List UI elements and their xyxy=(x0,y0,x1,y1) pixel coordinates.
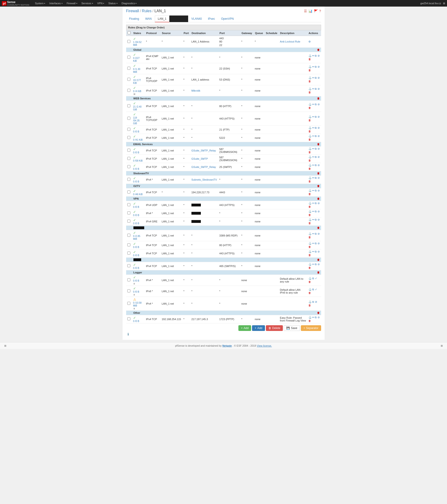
row-checkbox[interactable] xyxy=(127,211,130,215)
disable-icon[interactable]: ⊘ xyxy=(318,263,320,266)
edit-icon[interactable]: ✏ xyxy=(312,115,314,118)
delete-icon[interactable]: 🗑 xyxy=(308,159,311,162)
row-checkbox[interactable] xyxy=(127,278,130,281)
row-checkbox[interactable] xyxy=(127,190,130,194)
anchor-icon[interactable]: ⚓ xyxy=(308,126,312,129)
add2-button[interactable]: + Add xyxy=(252,325,265,331)
delete-icon[interactable]: 🗑 xyxy=(308,222,311,225)
row-checkbox[interactable] xyxy=(127,157,130,160)
copy-icon[interactable]: ⧉ xyxy=(315,218,317,221)
edit-icon[interactable]: ✏ xyxy=(312,156,314,159)
delete-button[interactable]: 🗑 Delete xyxy=(266,325,283,331)
anchor-icon[interactable]: ⚓ xyxy=(308,54,312,57)
nav-vpn[interactable]: VPN▾ xyxy=(95,1,106,6)
breadcrumb-icon-help[interactable]: ? xyxy=(319,9,321,13)
delete-group-icon[interactable]: 🗑 xyxy=(317,226,320,229)
disable-icon[interactable]: ⊘ xyxy=(318,156,320,159)
edit-icon[interactable]: ✏ xyxy=(312,242,314,245)
copy-icon[interactable]: ⧉ xyxy=(315,263,317,266)
copy-icon[interactable]: ⧉ xyxy=(315,126,317,129)
delete-icon[interactable]: 🗑 xyxy=(308,138,311,141)
copy-icon[interactable]: ⧉ xyxy=(315,242,317,245)
disable-icon[interactable]: ⊘ xyxy=(318,232,320,235)
nav-diagnostics[interactable]: Diagnostics▾ xyxy=(120,1,139,6)
delete-icon[interactable]: 🗑 xyxy=(308,280,311,283)
row-checkbox[interactable] xyxy=(127,40,130,43)
disable-icon[interactable]: ⊘ xyxy=(318,316,320,319)
copy-icon[interactable]: ⧉ xyxy=(315,176,317,180)
delete-group-icon[interactable]: 🗑 xyxy=(317,258,320,261)
tab-masked[interactable] xyxy=(169,16,188,22)
breadcrumb-firewall[interactable]: Firewall xyxy=(126,9,139,13)
anchor-icon[interactable]: ⚓ xyxy=(308,147,312,150)
anchor-icon[interactable]: ⚓ xyxy=(308,300,312,304)
disable-icon[interactable]: ⊘ xyxy=(318,250,320,253)
breadcrumb-icon-flag[interactable]: 🚩 xyxy=(314,9,318,13)
edit-icon[interactable]: ✏ xyxy=(312,126,314,129)
copy-icon[interactable]: ⧉ xyxy=(315,316,317,319)
disable-icon[interactable]: ⊘ xyxy=(315,300,317,304)
copy-icon[interactable]: ⧉ xyxy=(315,202,317,205)
delete-group-icon[interactable]: 🗑 xyxy=(317,271,320,274)
copy-icon[interactable]: ⧉ xyxy=(315,87,317,90)
disable-icon[interactable]: ⊘ xyxy=(318,54,320,57)
copy-icon[interactable]: ⧉ xyxy=(315,189,317,192)
row-checkbox[interactable] xyxy=(127,89,130,92)
nav-system[interactable]: System▾ xyxy=(33,1,47,6)
delete-group-icon[interactable]: 🗑 xyxy=(317,311,320,314)
row-checkbox[interactable] xyxy=(127,252,130,254)
row-checkbox[interactable] xyxy=(127,317,130,320)
tab-openvpn[interactable]: OpenVPN xyxy=(218,16,237,22)
delete-icon[interactable]: 🗑 xyxy=(308,205,311,208)
anchor-icon[interactable]: ⚓ xyxy=(308,176,312,180)
disable-icon[interactable]: ⊘ xyxy=(318,65,320,68)
row-checkbox[interactable] xyxy=(127,178,130,181)
delete-group-icon[interactable]: 🗑 xyxy=(317,48,320,51)
row-checkbox[interactable] xyxy=(127,264,130,267)
tab-ipsec[interactable]: IPsec xyxy=(205,16,218,22)
disable-icon[interactable]: ⊘ xyxy=(318,115,320,118)
delete-icon[interactable]: 🗑 xyxy=(308,304,311,307)
breadcrumb-icon-bar[interactable]: 📊 xyxy=(308,9,312,13)
tab-floating[interactable]: Floating xyxy=(126,16,142,22)
copy-icon[interactable]: ⧉ xyxy=(315,250,317,253)
delete-icon[interactable]: 🗑 xyxy=(308,80,311,83)
row-checkbox[interactable] xyxy=(127,243,130,246)
disable-icon[interactable]: ⊘ xyxy=(318,76,320,79)
row-checkbox[interactable] xyxy=(127,234,130,237)
copy-icon[interactable]: ⧉ xyxy=(315,115,317,118)
anchor-icon[interactable]: ⚓ xyxy=(308,189,312,192)
row-checkbox[interactable] xyxy=(127,165,130,168)
breadcrumb-rules[interactable]: Rules xyxy=(142,9,151,13)
nav-status[interactable]: Status▾ xyxy=(107,1,119,6)
delete-icon[interactable]: 🗑 xyxy=(308,106,311,109)
anchor-icon[interactable]: ⚓ xyxy=(308,210,312,213)
disable-icon[interactable]: ⊘ xyxy=(318,135,320,138)
row-checkbox[interactable] xyxy=(127,117,130,120)
disable-icon[interactable]: ⊘ xyxy=(318,242,320,245)
edit-icon[interactable]: ✏ xyxy=(312,87,314,90)
save-button[interactable]: 💾 Save xyxy=(284,325,300,331)
disable-icon[interactable]: ⊘ xyxy=(318,218,320,221)
edit-icon[interactable]: ✏ xyxy=(312,202,314,205)
row-checkbox[interactable] xyxy=(127,104,130,107)
delete-icon[interactable]: 🗑 xyxy=(308,319,311,322)
nav-firewall[interactable]: Firewall▾ xyxy=(65,1,79,6)
edit-icon[interactable]: ✏ xyxy=(312,250,314,253)
breadcrumb-icon-list[interactable]: ☰ xyxy=(304,9,307,13)
edit-icon[interactable]: ✏ xyxy=(312,232,314,235)
anchor-icon[interactable]: ⚓ xyxy=(308,76,312,79)
anchor-icon[interactable]: ⚓ xyxy=(308,115,312,118)
select-all-checkbox[interactable] xyxy=(127,31,131,34)
delete-icon[interactable]: 🗑 xyxy=(308,119,311,122)
nav-interfaces[interactable]: Interfaces▾ xyxy=(47,1,64,6)
row-checkbox[interactable] xyxy=(127,56,130,59)
anchor-icon[interactable]: ⚓ xyxy=(308,202,312,205)
anchor-icon[interactable]: ⚓ xyxy=(308,250,312,253)
edit-icon[interactable]: ✏ xyxy=(312,65,314,68)
info-icon[interactable]: ℹ xyxy=(127,332,129,336)
row-checkbox[interactable] xyxy=(127,149,130,152)
copy-icon[interactable]: ⧉ xyxy=(312,277,314,280)
copy-icon[interactable]: ⧉ xyxy=(315,65,317,68)
copy-icon[interactable]: ⧉ xyxy=(315,147,317,150)
